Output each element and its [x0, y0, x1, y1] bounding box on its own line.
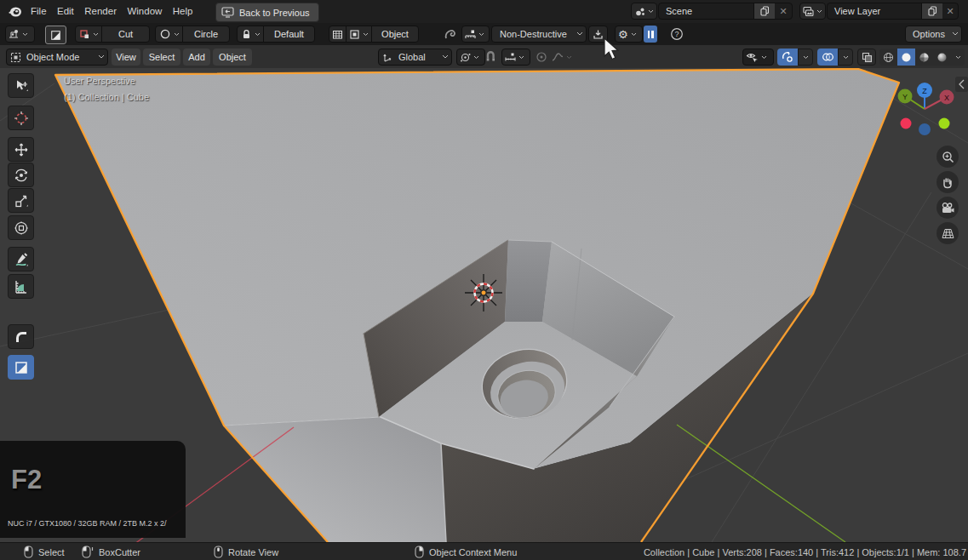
apply-button[interactable] [588, 26, 608, 43]
sidebar-collapse-arrow[interactable] [955, 77, 968, 92]
settings-dropdown[interactable]: ⚙ [615, 26, 643, 43]
snap-magnet-toggle[interactable] [484, 51, 497, 63]
menu-object[interactable]: Object [213, 49, 252, 66]
status-bar: Select BoxCutter Rotate View Object Cont… [0, 542, 968, 560]
back-to-previous-button[interactable]: Back to Previous [215, 3, 319, 22]
zoom-button[interactable] [936, 146, 959, 168]
overlays-toggle-group [817, 49, 853, 66]
shading-wireframe-button[interactable] [879, 49, 897, 66]
mouse-drag-icon [82, 546, 94, 558]
download-icon [593, 29, 604, 40]
close-icon[interactable]: ✕ [942, 6, 958, 17]
scene-name-field[interactable]: Scene ✕ [658, 3, 793, 20]
tool-rotate[interactable] [8, 163, 34, 187]
chevron-down-icon [761, 55, 767, 60]
tool-move[interactable] [8, 137, 34, 162]
copy-icon[interactable] [921, 3, 942, 19]
grid-toggle[interactable] [329, 29, 346, 40]
tool-settings-header: Cut Circle Default Object [0, 23, 968, 46]
screencast-overlay: F2 NUC i7 / GTX1080 / 32GB RAM / 2TB M.2… [0, 441, 186, 538]
chevron-down-icon [648, 9, 654, 14]
menu-add[interactable]: Add [183, 49, 210, 66]
screencast-key: F2 [11, 465, 42, 495]
proportional-falloff-dropdown[interactable] [552, 51, 575, 63]
chevron-down-icon [478, 32, 484, 37]
boolean-mode-dropdown[interactable]: Non-Destructive [491, 26, 587, 43]
shading-solid-button[interactable] [897, 49, 915, 66]
active-object-breadcrumb: (1) Collection | Cube [64, 92, 149, 102]
copy-icon[interactable] [753, 3, 775, 19]
view-layer-icon [803, 6, 814, 17]
shape-dropdown[interactable] [156, 28, 182, 40]
hint-context-menu: Object Context Menu [415, 546, 517, 558]
preset-dropdown[interactable] [238, 29, 263, 40]
view-layer-name-field[interactable]: View Layer ✕ [827, 3, 959, 20]
transform-orientation-dropdown[interactable]: Global [378, 49, 452, 66]
gizmo-options-dropdown[interactable] [798, 49, 813, 66]
mode-dropdown[interactable] [347, 29, 371, 40]
shape-group: Circle [155, 26, 230, 43]
mouse-left-icon [24, 546, 33, 558]
chevron-down-icon [631, 32, 637, 37]
eye-cursor-icon [746, 51, 759, 63]
cut-operation-label[interactable]: Cut [102, 29, 149, 39]
orthographic-toggle-button[interactable] [936, 222, 959, 244]
pivot-point-dropdown[interactable] [456, 49, 485, 66]
chevron-down-icon [93, 32, 99, 37]
cut-operation-group: Cut [75, 26, 150, 43]
tool-transform[interactable] [8, 215, 34, 240]
shading-material-button[interactable] [915, 49, 933, 66]
gizmo-axis-x-neg[interactable] [901, 118, 912, 129]
svg-text:Y: Y [902, 93, 908, 101]
blender-logo-icon[interactable] [8, 5, 22, 18]
tool-select-tweak[interactable] [8, 73, 34, 98]
chevron-down-icon [442, 54, 449, 60]
cut-operation-dropdown[interactable] [76, 29, 101, 40]
menu-edit[interactable]: Edit [54, 0, 77, 23]
tool-measure[interactable] [8, 274, 34, 299]
gizmo-axis-z-neg[interactable] [919, 123, 931, 135]
object-mode-dropdown[interactable]: Object Mode [6, 49, 108, 66]
tool-bevel-corner[interactable] [8, 324, 34, 349]
tool-annotate[interactable] [8, 247, 34, 271]
object-mode-icon [10, 52, 21, 63]
xray-toggle[interactable] [857, 49, 876, 66]
camera-view-button[interactable] [936, 197, 959, 219]
snap-grid-dropdown[interactable] [461, 26, 490, 43]
snap-with-dropdown[interactable] [501, 49, 530, 66]
mode-label[interactable]: Object [372, 29, 418, 39]
tool-settings-type-dropdown[interactable] [5, 26, 35, 43]
tool-cursor[interactable] [8, 106, 34, 130]
orientation-icon [382, 52, 393, 63]
menu-view[interactable]: View [112, 49, 140, 66]
shading-rendered-button[interactable] [933, 49, 951, 66]
pause-button[interactable] [644, 26, 657, 43]
shading-options-dropdown[interactable] [951, 49, 965, 66]
gizmo-toggle[interactable] [777, 49, 798, 66]
menu-render[interactable]: Render [81, 0, 120, 23]
menu-file[interactable]: File [27, 0, 50, 23]
shape-label[interactable]: Circle [183, 29, 229, 39]
mirror-icon[interactable] [444, 28, 458, 41]
tool-boxcutter[interactable] [8, 355, 34, 380]
overlays-toggle[interactable] [817, 49, 838, 66]
chevron-down-icon [22, 32, 28, 37]
gear-icon: ⚙ [618, 29, 628, 40]
close-icon[interactable]: ✕ [775, 6, 792, 17]
tool-scale[interactable] [8, 188, 34, 213]
proportional-edit-toggle[interactable] [536, 51, 547, 63]
preset-label[interactable]: Default [264, 29, 314, 39]
grid-icon [332, 29, 343, 40]
overlays-options-dropdown[interactable] [838, 49, 853, 66]
active-tool-button[interactable] [45, 26, 66, 44]
object-visibility-dropdown[interactable] [742, 49, 774, 66]
help-icon[interactable]: ? [670, 27, 684, 41]
view-layer-type-dropdown[interactable] [799, 3, 826, 20]
menu-help[interactable]: Help [169, 0, 197, 23]
menu-select[interactable]: Select [143, 49, 180, 66]
gizmo-axis-y-neg[interactable] [939, 118, 950, 129]
pan-button[interactable] [936, 171, 959, 193]
scene-type-dropdown[interactable] [631, 3, 657, 20]
menu-window[interactable]: Window [123, 0, 165, 23]
options-dropdown[interactable]: Options [905, 26, 962, 43]
